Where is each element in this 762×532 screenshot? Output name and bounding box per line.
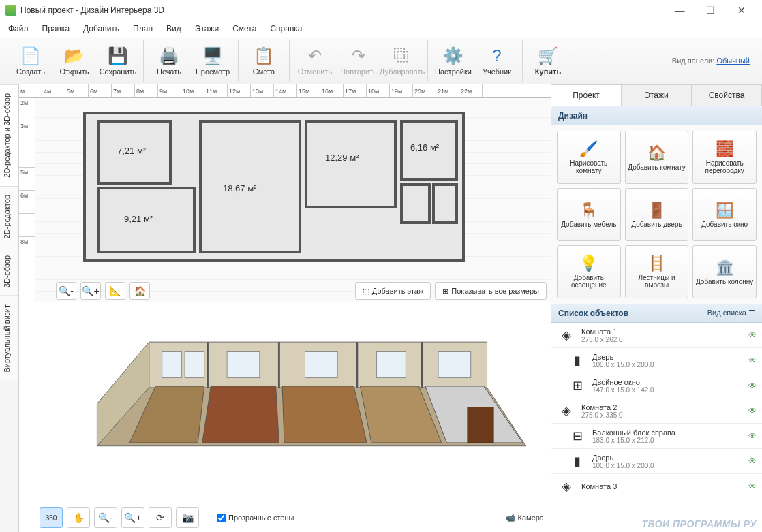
panel-mode: Вид панели: Обычный (672, 57, 757, 65)
home-button[interactable]: 🏠 (129, 282, 150, 300)
tool-icon: 🧱 (716, 140, 734, 158)
tool-icon: 🪜 (647, 255, 666, 272)
tool-card-4[interactable]: 🚪Добавить дверь (625, 188, 689, 241)
menu-file[interactable]: Файл (3, 22, 34, 35)
camera-icon: 📹 (506, 514, 515, 522)
visibility-icon[interactable]: 👁 (748, 406, 757, 416)
svg-marker-8 (202, 386, 279, 443)
render-3d (60, 316, 537, 498)
object-item[interactable]: ⊞Двойное окно147.0 x 15.0 x 142.0👁 (551, 373, 762, 398)
preview-button[interactable]: 🖥️Просмотр (192, 41, 234, 80)
object-item[interactable]: ◈Комната 2275.0 x 335.0👁 (551, 398, 762, 424)
object-icon: ⊞ (568, 376, 587, 395)
plan-2d-canvas[interactable]: 7,21 м² 9,21 м² 18,67 м² 12,29 м² 6,16 м… (35, 98, 551, 302)
menu-add[interactable]: Добавить (78, 22, 125, 35)
save-icon: 💾 (107, 45, 129, 67)
visibility-icon[interactable]: 👁 (748, 381, 757, 390)
measure-button[interactable]: 📐 (105, 282, 125, 300)
object-item[interactable]: ⊟Балконный блок справа183.0 x 15.0 x 212… (551, 424, 762, 449)
app-icon (5, 5, 16, 16)
object-item[interactable]: ◈Комната 3👁 (551, 474, 762, 499)
tab-2d[interactable]: 2D-редактор (0, 186, 18, 247)
tab-3d[interactable]: 3D-обзор (0, 247, 18, 296)
clipboard-icon: 📋 (253, 45, 275, 67)
save-button[interactable]: 💾Сохранить (97, 41, 139, 80)
tool-card-3[interactable]: 🪑Добавить мебель (557, 188, 621, 241)
room-area-2: 18,67 м² (223, 183, 256, 193)
print-button[interactable]: 🖨️Печать (148, 41, 190, 80)
screenshot-button[interactable]: 📷 (176, 507, 199, 528)
tab-project[interactable]: Проект (551, 84, 622, 106)
copy-icon: ⿻ (391, 45, 413, 67)
visibility-icon[interactable]: 👁 (748, 356, 757, 365)
close-button[interactable]: ✕ (726, 1, 757, 20)
layers-icon: ⬚ (363, 287, 369, 296)
tab-floors[interactable]: Этажи (622, 84, 692, 106)
ruler-horizontal: м4м5м6м7м8м9м10м11м12м13м14м15м16м17м18м… (19, 84, 551, 98)
menu-floors[interactable]: Этажи (189, 22, 224, 35)
minimize-button[interactable]: — (665, 1, 695, 20)
panel-mode-link[interactable]: Обычный (716, 57, 750, 65)
tool-card-2[interactable]: 🧱Нарисовать перегородку (692, 131, 757, 184)
buy-button[interactable]: 🛒Купить (527, 41, 569, 80)
view-3d-canvas[interactable]: 360 ✋ 🔍- 🔍+ ⟳ 📷 Прозрачные стены 📹Камера (19, 302, 551, 532)
svg-marker-9 (282, 386, 367, 443)
visibility-icon[interactable]: 👁 (748, 482, 757, 491)
redo-button[interactable]: ↷Повторить (337, 41, 380, 80)
visibility-icon[interactable]: 👁 (748, 431, 757, 441)
object-item[interactable]: ◈Комната 1275.0 x 262.0👁 (551, 323, 762, 348)
rotate-360-button[interactable]: 360 (40, 507, 63, 528)
show-sizes-button[interactable]: ⊞Показывать все размеры (435, 282, 547, 300)
zoom-out-3d-button[interactable]: 🔍- (94, 507, 117, 528)
reset-view-button[interactable]: ⟳ (149, 507, 172, 528)
menu-plan[interactable]: План (127, 22, 158, 35)
visibility-icon[interactable]: 👁 (748, 456, 757, 466)
window-title: Новый проект - Дизайн Интерьера 3D (20, 5, 665, 15)
object-item[interactable]: ▮Дверь100.0 x 15.0 x 200.0👁 (551, 348, 762, 373)
room-area-3: 12,29 м² (325, 153, 359, 163)
tool-card-5[interactable]: 🪟Добавить окно (692, 188, 757, 241)
tab-virtual[interactable]: Виртуальный визит (0, 296, 18, 381)
menu-help[interactable]: Справка (264, 22, 307, 35)
new-button[interactable]: 📄Создать (10, 41, 52, 80)
tool-card-1[interactable]: 🏠Добавить комнату (625, 131, 689, 184)
transparent-walls-checkbox[interactable]: Прозрачные стены (217, 514, 294, 522)
settings-button[interactable]: ⚙️Настройки (432, 41, 474, 80)
list-mode-icon[interactable]: ☰ (748, 309, 755, 317)
object-icon: ▮ (568, 351, 587, 370)
pan-button[interactable]: ✋ (67, 507, 90, 528)
svg-rect-17 (438, 351, 471, 377)
tutorial-button[interactable]: ?Учебник (476, 41, 518, 80)
svg-rect-12 (162, 351, 182, 377)
object-icon: ◈ (557, 326, 576, 345)
tool-card-6[interactable]: 💡Добавить освещение (557, 245, 621, 298)
tab-2d-3d[interactable]: 2D-редактор и 3D-обзор (0, 84, 18, 186)
tool-card-0[interactable]: 🖌️Нарисовать комнату (557, 131, 621, 184)
menu-estimate[interactable]: Смета (227, 22, 262, 35)
open-button[interactable]: 📂Открыть (53, 41, 95, 80)
menu-view[interactable]: Вид (161, 22, 187, 35)
tab-properties[interactable]: Свойства (692, 84, 762, 106)
tool-card-8[interactable]: 🏛️Добавить колонну (692, 245, 757, 298)
svg-rect-13 (185, 351, 204, 377)
add-floor-button[interactable]: ⬚Добавить этаж (355, 282, 431, 300)
tool-icon: 🖌️ (579, 140, 598, 158)
zoom-out-button[interactable]: 🔍- (56, 282, 76, 300)
duplicate-button[interactable]: ⿻Дублировать (381, 41, 423, 80)
visibility-icon[interactable]: 👁 (748, 330, 757, 340)
undo-button[interactable]: ↶Отменить (294, 41, 336, 80)
maximize-button[interactable]: ☐ (695, 1, 726, 20)
design-header: Дизайн (551, 106, 762, 125)
zoom-in-3d-button[interactable]: 🔍+ (121, 507, 144, 528)
object-item[interactable]: ▮Дверь100.0 x 15.0 x 200.0👁 (551, 449, 762, 474)
tool-card-7[interactable]: 🪜Лестницы и вырезы (625, 245, 689, 298)
object-icon: ⊟ (568, 426, 587, 445)
cart-icon: 🛒 (537, 45, 559, 67)
folder-icon: 📂 (63, 45, 85, 67)
object-icon: ◈ (557, 477, 576, 496)
estimate-button[interactable]: 📋Смета (243, 41, 285, 80)
camera-button[interactable]: 📹Камера (506, 514, 544, 522)
zoom-in-button[interactable]: 🔍+ (80, 282, 101, 300)
menu-edit[interactable]: Правка (37, 22, 76, 35)
object-icon: ▮ (568, 452, 587, 471)
